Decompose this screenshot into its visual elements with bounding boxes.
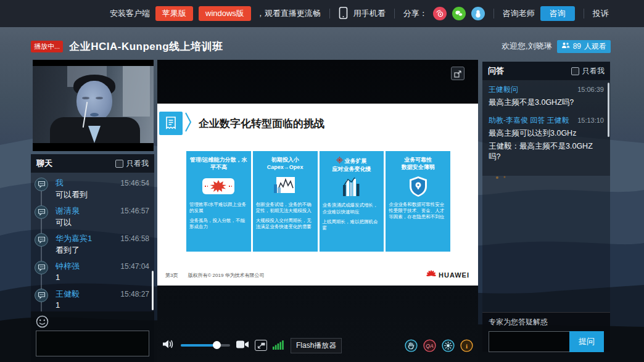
- slide-box-text: 业务浪涌式或爆发式增长，企业难以快速响应: [323, 202, 381, 215]
- chat-user-name[interactable]: 华为嘉宾1: [56, 233, 92, 244]
- slide-challenge-boxes: 管理/运维能力分散，水平不高 管理效率/水平难以跟上业务的发展 业务孤岛，投入分…: [186, 151, 450, 252]
- qa-message: 王健毅问 15:06:39 最高主频不是3.0GHZ吗?: [489, 84, 604, 108]
- presenter-video[interactable]: [33, 60, 154, 151]
- slide-box: 业务扩展 应对业务变化慢 业务浪涌式或爆发式增长，企业难以快速响应 上线周期长，…: [320, 151, 384, 252]
- slide-box-text: 上线周期长，难以把握机会窗: [323, 219, 381, 231]
- qa-message-text: 最高主频可以达到3.0GHz: [489, 128, 604, 139]
- qa-compose-area: 专家为您答疑解惑 提问: [482, 312, 610, 352]
- flash-player-selector[interactable]: Flash播放器: [291, 338, 342, 353]
- slide-box: 业务可靠性 数据安全薄弱 企业业务和数据可靠性安全性受限于技术、资金、人才等因素…: [386, 151, 450, 252]
- ask-question-button[interactable]: 提问: [569, 331, 604, 352]
- svg-text:QA: QA: [426, 343, 434, 349]
- install-suffix-label: ，观看直播更流畅: [257, 8, 321, 19]
- camera-icon[interactable]: [236, 340, 249, 352]
- watch-on-mobile[interactable]: 用手机看: [339, 7, 386, 21]
- chat-message: 华为嘉宾115:46:58 看到了: [31, 233, 154, 255]
- slide-box-text: 大规模投入交付周期长，无法满足业务快速变化的需要: [256, 218, 315, 230]
- qa-message-text: 最高主频不是3.0GHZ吗?: [489, 97, 604, 108]
- chat-scrollbar[interactable]: [152, 271, 154, 310]
- consult-teacher-label: 咨询老师: [503, 8, 535, 19]
- volume-icon[interactable]: [162, 339, 175, 352]
- qa-user-name[interactable]: 王健毅问: [489, 84, 518, 95]
- presentation-slide: 企业数字化转型面临的挑战 管理/运维能力分散，水平不高 管理效率/水平难以跟上业…: [157, 104, 478, 286]
- qa-input[interactable]: [489, 331, 569, 352]
- chat-user-name[interactable]: 谢清泉: [56, 205, 80, 216]
- chat-avatar-icon: [35, 261, 48, 274]
- complaint-link[interactable]: 投诉: [593, 8, 609, 19]
- raise-hand-icon[interactable]: [405, 339, 418, 352]
- volume-slider[interactable]: [181, 344, 230, 347]
- phone-icon: [339, 7, 348, 21]
- chat-timestamp: 15:47:04: [120, 262, 149, 271]
- chat-title: 聊天: [36, 158, 52, 169]
- brightness-icon[interactable]: [442, 339, 455, 352]
- chat-panel: 聊天 只看我 我15:46:54 可以看到 谢清泉15:46:57 可以: [31, 154, 154, 362]
- qa-icon[interactable]: QA: [423, 339, 436, 352]
- topbar: 安装客户端 苹果版 windows版 ，观看直播更流畅 用手机看 分享：: [0, 0, 644, 27]
- qa-message-text: 王健毅：最高主频不是3.0GHZ吗?: [489, 141, 604, 162]
- slide-box-text: 业务孤岛，投入分散，不能形成合力: [189, 218, 248, 230]
- huawei-logo-icon: [426, 270, 436, 280]
- chat-user-name[interactable]: 钟梓强: [56, 261, 80, 272]
- apple-version-button[interactable]: 苹果版: [155, 6, 193, 21]
- slide-box-header: 初期投入小: [267, 157, 303, 164]
- slide-copyright: 版权所有© 2019 华为技术有限公司: [188, 272, 264, 279]
- slide-box-header: 应对业务变化慢: [332, 166, 371, 173]
- wechat-share-icon[interactable]: [452, 7, 466, 20]
- surge-icon: [339, 175, 364, 199]
- document-icon: [159, 112, 183, 135]
- chat-avatar-icon: [35, 233, 48, 247]
- playing-status-badge: 播放中...: [31, 41, 63, 52]
- qa-only-me-checkbox[interactable]: [571, 67, 579, 75]
- watch-on-mobile-label: 用手机看: [353, 8, 386, 19]
- course-title: 企业HCIA-Kunpeng线上培训班: [69, 39, 223, 54]
- presenter-video-frame: [33, 66, 154, 143]
- qa-message: 助教-李嘉俊 回答 王健毅 15:13:10 最高主频可以达到3.0GHz 王健…: [489, 115, 604, 162]
- chat-timestamp: 15:48:27: [120, 290, 149, 298]
- qa-title: 问答: [488, 65, 504, 76]
- qa-user-name[interactable]: 助教-李嘉俊 回答 王健毅: [489, 115, 569, 126]
- qa-message-list[interactable]: 王健毅问 15:06:39 最高主频不是3.0GHZ吗? 助教-李嘉俊 回答 王…: [482, 80, 610, 176]
- consult-button[interactable]: 咨询: [540, 6, 575, 21]
- chat-input[interactable]: [36, 331, 149, 356]
- chat-timestamp: 15:46:58: [120, 234, 149, 243]
- chat-compose-area: [31, 311, 154, 362]
- slide-box: 初期投入小 Capex→Opex 创新业务试错，业务的不确定性，初期无法大规模投…: [253, 151, 318, 252]
- chat-only-me-checkbox[interactable]: [115, 160, 123, 168]
- chat-timestamp: 15:46:54: [120, 179, 149, 187]
- info-icon[interactable]: i: [460, 339, 473, 352]
- qa-timestamp: 15:13:10: [577, 117, 604, 124]
- slide-box-header: 业务可靠性: [402, 157, 435, 164]
- emoji-icon[interactable]: [36, 315, 49, 331]
- signal-icon: [273, 339, 285, 352]
- chevron-right-icon: [184, 112, 192, 135]
- qa-timestamp: 15:06:39: [577, 86, 604, 93]
- slide-box-header: 业务扩展: [344, 158, 366, 164]
- qa-only-me-filter[interactable]: 只看我: [571, 66, 605, 76]
- qa-scrollbar[interactable]: [608, 83, 609, 137]
- chat-message: 王健毅15:48:27 1: [31, 289, 154, 310]
- slide-page-number: 第3页: [165, 272, 178, 279]
- chat-message-list[interactable]: 我15:46:54 可以看到 谢清泉15:46:57 可以 华为嘉宾115:46…: [31, 173, 154, 311]
- weibo-share-icon[interactable]: [433, 7, 447, 20]
- qq-share-icon[interactable]: [471, 7, 485, 20]
- chat-message: 谢清泉15:46:57 可以: [31, 205, 154, 227]
- expand-icon[interactable]: [451, 67, 464, 80]
- chat-message: 钟梓强15:47:04 1: [31, 261, 154, 282]
- slide-box-header: 数据安全薄弱: [402, 164, 435, 171]
- chat-only-me-filter[interactable]: 只看我: [115, 158, 149, 169]
- pip-icon[interactable]: [255, 340, 267, 351]
- windows-version-button[interactable]: windows版: [199, 6, 251, 21]
- huawei-logo-text: HUAWEI: [439, 271, 469, 279]
- chat-user-name[interactable]: 王健毅: [56, 289, 80, 300]
- divider: [394, 9, 395, 19]
- video-player[interactable]: 企业数字化转型面临的挑战 管理/运维能力分散，水平不高 管理效率/水平难以跟上业…: [157, 60, 478, 362]
- volume-slider-thumb[interactable]: [213, 341, 221, 349]
- page: 安装客户端 苹果版 windows版 ，观看直播更流畅 用手机看 分享：: [0, 0, 644, 362]
- chat-user-name[interactable]: 我: [56, 178, 64, 189]
- chart-icon: [271, 174, 299, 199]
- player-controls: Flash播放器 QA i: [162, 338, 473, 353]
- welcome-label: 欢迎您,刘晓琳: [502, 41, 552, 52]
- chat-avatar-icon: [35, 178, 48, 191]
- chat-message-text: 1: [56, 300, 149, 310]
